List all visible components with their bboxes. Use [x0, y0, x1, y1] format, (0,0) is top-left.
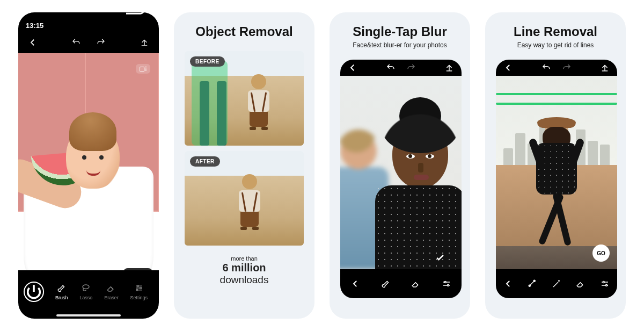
sliders-icon — [134, 283, 144, 293]
back-icon[interactable] — [348, 63, 357, 73]
svg-point-4 — [83, 285, 89, 289]
back-icon[interactable] — [503, 63, 513, 73]
svg-point-12 — [603, 282, 605, 283]
redo-icon[interactable] — [96, 38, 106, 47]
eraser-icon[interactable] — [576, 279, 586, 289]
export-icon[interactable] — [140, 38, 149, 47]
undo-icon[interactable] — [386, 63, 396, 73]
tool-brush[interactable]: Brush — [55, 283, 68, 300]
svg-point-6 — [140, 287, 141, 289]
tool-label: Settings — [130, 295, 148, 300]
tool-lasso[interactable]: Lasso — [79, 283, 92, 300]
editor-bottom-toolbar: Brush Lasso Eraser Settings — [18, 270, 159, 319]
editor-top-toolbar — [18, 32, 159, 53]
mini-bottom-toolbar — [496, 269, 617, 298]
tool-settings[interactable]: Settings — [130, 283, 148, 300]
before-image: BEFORE — [185, 51, 304, 146]
device-frame — [340, 60, 462, 298]
mini-top-toolbar — [340, 60, 462, 76]
tool-label: Lasso — [79, 295, 92, 300]
promo-title: Object Removal — [195, 24, 292, 39]
phone-notch — [51, 12, 126, 27]
go-button[interactable]: GO — [592, 244, 610, 262]
eraser-icon — [106, 283, 116, 293]
lasso-icon — [81, 283, 91, 293]
device-frame: GO — [496, 60, 617, 298]
screenshot-3: Single-Tap Blur Face&text blur-er for yo… — [330, 12, 470, 319]
blur-canvas[interactable] — [340, 76, 462, 269]
eraser-icon[interactable] — [411, 279, 421, 289]
svg-point-7 — [136, 289, 138, 291]
tool-label: Brush — [55, 295, 68, 300]
back-icon[interactable] — [28, 38, 38, 47]
svg-point-8 — [444, 282, 446, 283]
svg-point-9 — [447, 285, 449, 286]
downloads-caption: more than 6 million downloads — [220, 255, 269, 286]
back-icon[interactable] — [350, 279, 360, 289]
sliders-icon[interactable] — [442, 279, 451, 289]
after-badge: AFTER — [190, 156, 220, 167]
wand-icon[interactable] — [552, 279, 561, 289]
promo-subtitle: Face&text blur-er for your photos — [353, 41, 447, 49]
svg-point-5 — [137, 285, 138, 287]
export-icon[interactable] — [444, 63, 454, 73]
promo-subtitle: Easy way to get rid of lines — [517, 41, 594, 49]
redo-icon[interactable] — [562, 63, 572, 73]
mini-top-toolbar — [496, 60, 617, 76]
power-icon[interactable] — [24, 282, 44, 302]
mini-bottom-toolbar — [340, 269, 462, 298]
check-icon — [435, 252, 445, 263]
status-time: 13:15 — [26, 21, 43, 30]
promo-title: Line Removal — [514, 24, 597, 39]
screenshot-4: Line Removal Easy way to get rid of line… — [485, 12, 626, 319]
compare-icon[interactable]: ▢⁞ — [136, 64, 150, 74]
lines-canvas[interactable]: GO — [496, 76, 617, 269]
screenshot-1: 13:15 ▮▮▮▮ ▢⁞ AUTO Brush — [18, 12, 159, 319]
back-icon[interactable] — [503, 279, 513, 289]
brush-icon[interactable] — [381, 279, 391, 289]
line-highlight — [496, 103, 617, 105]
screenshot-2: Object Removal BEFORE AFTER more than 6 … — [174, 12, 314, 319]
photo-canvas[interactable]: ▢⁞ AUTO — [18, 53, 159, 290]
export-icon[interactable] — [600, 63, 610, 73]
brush-icon — [57, 283, 67, 293]
home-indicator — [56, 314, 121, 316]
redo-icon[interactable] — [406, 63, 416, 73]
sliders-icon[interactable] — [600, 279, 610, 289]
tool-eraser[interactable]: Eraser — [104, 283, 119, 300]
svg-point-13 — [606, 285, 608, 286]
undo-icon[interactable] — [541, 63, 551, 73]
undo-icon[interactable] — [71, 38, 81, 47]
line-tool-icon[interactable] — [528, 279, 537, 289]
line-highlight — [496, 93, 617, 95]
before-badge: BEFORE — [190, 56, 225, 67]
after-image: AFTER — [185, 151, 304, 246]
promo-title: Single-Tap Blur — [353, 24, 447, 39]
tool-label: Eraser — [104, 295, 119, 300]
